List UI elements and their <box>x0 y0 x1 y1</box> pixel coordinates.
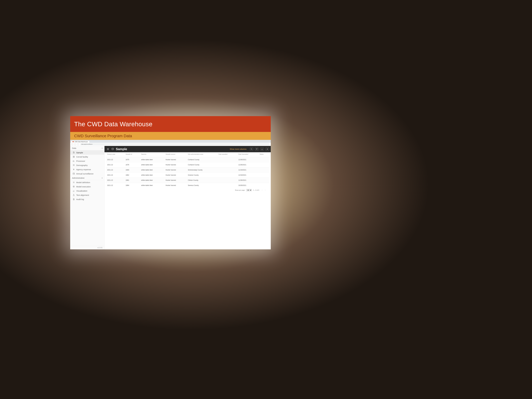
col-species[interactable]: Species <box>140 152 164 157</box>
cell-notes <box>258 167 269 173</box>
page-next-icon[interactable]: 〉 <box>264 189 267 191</box>
sidebar-item-demography[interactable]: Demography <box>70 163 104 167</box>
sidebar-item-agency-expense[interactable]: Agency expense <box>70 167 104 171</box>
cell-date_harvested: 11/30/2021 <box>237 178 259 183</box>
table-row[interactable]: 2021-221675white-tailed deerHunter harve… <box>106 157 269 162</box>
cell-date_harvested: 12/26/2021 <box>237 162 259 167</box>
svg-point-6 <box>74 165 74 165</box>
col-sample-id[interactable]: Sample id <box>124 152 140 157</box>
cell-date_sampled <box>217 178 237 183</box>
cell-date_harvested: 12/19/2021 <box>237 173 259 178</box>
sidebar-item-label: Audit log <box>76 198 84 200</box>
projected-screen: The CWD Data Warehouse CWD Surveillance … <box>70 116 271 249</box>
col-date-sampled[interactable]: Date sampled <box>217 152 237 157</box>
table-row[interactable]: 2021-221681white-tailed deerHunter harve… <box>106 178 269 183</box>
cell-season: 2021-22 <box>106 162 124 167</box>
database-icon <box>111 147 114 151</box>
col-source[interactable]: Sample source <box>164 152 187 157</box>
table-row[interactable]: 2021-221662white-tailed deerHunter harve… <box>106 173 269 178</box>
cell-species: white-tailed deer <box>140 167 164 173</box>
cell-date_sampled <box>217 167 237 173</box>
version-label: v1.0.01 <box>70 246 104 249</box>
sidebar-item-label: Cervid facility <box>76 156 88 158</box>
add-icon[interactable] <box>266 147 269 151</box>
svg-rect-7 <box>73 173 75 174</box>
cell-sample_id: 1664 <box>124 183 140 188</box>
deer-icon <box>73 151 75 154</box>
table-row[interactable]: 2021-221676white-tailed deerHunter harve… <box>106 162 269 167</box>
data-table: Season year Sample id Species Sample sou… <box>106 152 269 188</box>
sidebar-item-label: Test alignment <box>76 194 89 196</box>
sidebar-item-label: Annual surveillance <box>76 173 93 175</box>
rows-per-page-select[interactable]: 10 <box>246 189 252 191</box>
menu-icon[interactable] <box>106 147 109 151</box>
cell-source: Hunter harvest <box>164 157 187 162</box>
page-prev-icon[interactable]: 〈 <box>260 189 263 191</box>
cell-area: Greene County <box>187 173 217 178</box>
cell-date_sampled <box>217 173 237 178</box>
sidebar-item-processor[interactable]: Processor <box>70 159 104 163</box>
table-row[interactable]: 2021-221600white-tailed deerHunter harve… <box>106 167 269 173</box>
factory-icon <box>73 160 75 162</box>
sidebar-item-sample[interactable]: Sample <box>70 150 104 155</box>
browser-chrome: CWD Data Warehouse data.app/surveillance <box>70 140 271 146</box>
slide-subtitle-bar: CWD Surveillance Program Data <box>70 132 271 140</box>
sidebar-item-annual-surveillance[interactable]: Annual surveillance <box>70 171 104 176</box>
cell-season: 2021-22 <box>106 167 124 173</box>
col-notes[interactable]: Notes <box>258 152 269 157</box>
slide-title-bar: The CWD Data Warehouse <box>70 116 271 132</box>
back-button[interactable] <box>71 143 73 145</box>
app-body: Data ▾ Sample Cervid facility <box>70 146 271 249</box>
sidebar-item-visualization[interactable]: Visualization <box>70 189 104 193</box>
sidebar-item-model-definition[interactable]: Model definition <box>70 180 104 184</box>
cell-sample_id: 1662 <box>124 173 140 178</box>
cell-sample_id: 1681 <box>124 178 140 183</box>
search-icon[interactable] <box>250 147 253 151</box>
sidebar-section-admin[interactable]: Administrative ▾ <box>70 176 104 180</box>
sidebar-item-label: Model definition <box>76 181 90 184</box>
col-admin-area[interactable]: Sub administrative area <box>187 152 217 157</box>
cell-source: Hunter harvest <box>164 167 187 173</box>
address-bar[interactable]: data.app/surveillance <box>80 143 270 145</box>
sidebar-section-label: Data <box>72 147 76 149</box>
sidebar-item-cervid-facility[interactable]: Cervid facility <box>70 155 104 159</box>
table-row[interactable]: 2021-221664white-tailed deerHunter harve… <box>106 183 269 188</box>
page-title: Sample <box>116 147 127 151</box>
reload-button[interactable] <box>77 143 79 145</box>
main-content: Sample Show more columns <box>105 146 271 249</box>
cell-notes <box>258 178 269 183</box>
cell-season: 2021-22 <box>106 157 124 162</box>
cell-species: white-tailed deer <box>140 183 164 188</box>
browser-tab[interactable]: CWD Data Warehouse <box>71 141 89 143</box>
people-icon <box>73 164 75 166</box>
filter-icon[interactable] <box>255 147 258 151</box>
svg-point-11 <box>251 149 252 150</box>
cell-species: white-tailed deer <box>140 173 164 178</box>
sidebar-section-data[interactable]: Data ▾ <box>70 146 104 150</box>
address-row: data.app/surveillance <box>70 143 271 146</box>
sidebar-item-test-alignment[interactable]: Test alignment <box>70 193 104 197</box>
svg-rect-0 <box>73 156 74 158</box>
col-season[interactable]: Season year <box>106 152 124 157</box>
calendar-icon <box>73 172 75 175</box>
pagination-range: 1 – 6 of 6 <box>253 189 259 191</box>
col-date-harvested[interactable]: Date harvested <box>237 152 259 157</box>
app-window: CWD Data Warehouse data.app/surveillance… <box>70 140 271 249</box>
download-icon[interactable] <box>260 147 264 151</box>
chart-icon <box>73 190 75 192</box>
slide-title: The CWD Data Warehouse <box>74 120 152 128</box>
sidebar-item-audit-log[interactable]: Audit log <box>70 197 104 201</box>
building-icon <box>73 156 75 158</box>
cell-source: Hunter harvest <box>164 162 187 167</box>
document-icon <box>73 198 75 200</box>
cell-date_harvested: 12/26/2021 <box>237 157 259 162</box>
sidebar-item-model-execution[interactable]: Model execution <box>70 184 104 189</box>
sidebar-item-label: Model execution <box>76 185 91 188</box>
play-icon <box>73 185 75 188</box>
show-more-columns-link[interactable]: Show more columns <box>230 148 247 150</box>
cell-species: white-tailed deer <box>140 162 164 167</box>
cell-area: Cortland County <box>187 162 217 167</box>
table-container: Season year Sample id Species Sample sou… <box>105 152 271 249</box>
forward-button[interactable] <box>74 143 76 145</box>
cell-sample_id: 1600 <box>124 167 140 173</box>
